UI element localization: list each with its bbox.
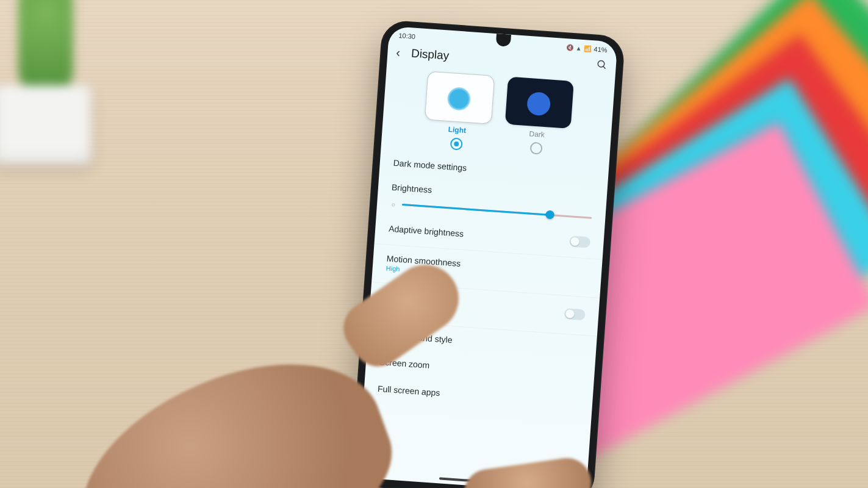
theme-option-light[interactable]: Light — [422, 71, 495, 152]
search-icon[interactable] — [596, 59, 608, 74]
signal-icon: 📶 — [584, 45, 592, 52]
theme-selector: Light Dark — [381, 65, 615, 162]
theme-radio-dark[interactable] — [529, 142, 542, 154]
plant-pot — [0, 0, 110, 177]
status-battery: 41% — [594, 45, 608, 54]
svg-line-1 — [603, 66, 606, 69]
back-button[interactable]: ‹ — [396, 46, 401, 58]
photo-scene: 10:30 🔇 ▲ 📶 41% ‹ Display Light — [0, 0, 868, 488]
theme-label-dark: Dark — [529, 129, 545, 139]
theme-label-light: Light — [448, 125, 466, 135]
phone-frame: 10:30 🔇 ▲ 📶 41% ‹ Display Light — [350, 20, 625, 488]
mute-icon: 🔇 — [565, 44, 573, 51]
label-dark-mode-settings: Dark mode settings — [393, 158, 595, 182]
status-time: 10:30 — [398, 32, 415, 40]
theme-preview-dark — [504, 77, 573, 129]
wifi-icon: ▲ — [575, 45, 582, 52]
home-indicator[interactable] — [439, 477, 506, 484]
settings-list: Dark mode settings Brightness ☼ Adapt — [364, 146, 609, 417]
brightness-low-icon: ☼ — [390, 200, 396, 207]
toggle-eye-comfort[interactable] — [564, 308, 586, 320]
phone-screen: 10:30 🔇 ▲ 📶 41% ‹ Display Light — [358, 26, 618, 488]
theme-radio-light[interactable] — [450, 137, 462, 150]
theme-option-dark[interactable]: Dark — [503, 77, 574, 158]
label-full-screen-apps: Full screen apps — [377, 384, 579, 407]
toggle-adaptive-brightness[interactable] — [569, 235, 590, 248]
label-adaptive-brightness: Adaptive brightness — [389, 224, 590, 248]
theme-preview-light — [424, 71, 494, 124]
